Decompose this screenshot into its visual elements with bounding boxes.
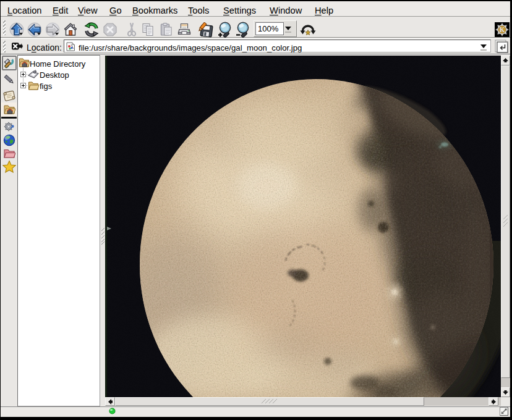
svg-text:K: K: [500, 26, 505, 33]
